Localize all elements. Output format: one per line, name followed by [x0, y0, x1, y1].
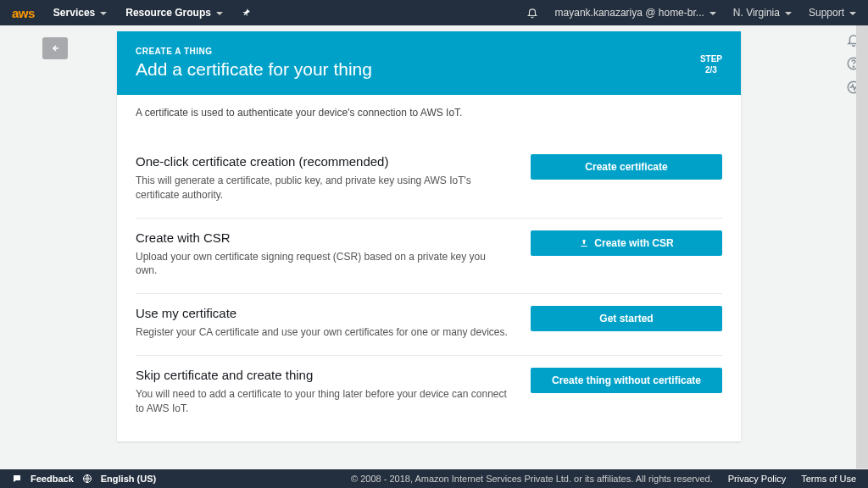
support-menu[interactable]: Support [809, 7, 856, 19]
section-skip: Skip certificate and create thing You wi… [136, 356, 722, 441]
legal-text: © 2008 - 2018, Amazon Internet Services … [351, 474, 713, 484]
step-label: STEP [700, 53, 722, 64]
vertical-scrollbar[interactable] [856, 25, 868, 469]
chevron-down-icon [216, 12, 223, 15]
wizard-super: CREATE A THING [136, 47, 722, 56]
create-with-csr-label: Create with CSR [594, 237, 673, 249]
account-label: mayank.kanazariya @ home-br... [555, 7, 704, 19]
language-selector[interactable]: English (US) [101, 474, 156, 484]
create-thing-without-certificate-button[interactable]: Create thing without certificate [531, 368, 722, 393]
wizard-body: A certificate is used to authenticate yo… [117, 95, 741, 441]
region-menu[interactable]: N. Virginia [733, 7, 792, 19]
section-my-cert: Use my certificate Register your CA cert… [136, 294, 722, 356]
resource-groups-menu[interactable]: Resource Groups [125, 7, 223, 19]
csr-title: Create with CSR [136, 230, 509, 245]
get-started-button[interactable]: Get started [531, 306, 722, 331]
create-with-csr-button[interactable]: Create with CSR [531, 230, 722, 256]
services-menu[interactable]: Services [53, 7, 107, 19]
step-value: 2/3 [700, 64, 722, 75]
svg-point-1 [853, 66, 854, 67]
intro-text: A certificate is used to authenticate yo… [136, 107, 722, 119]
page-title: Add a certificate for your thing [136, 59, 722, 80]
wizard-card: CREATE A THING Add a certificate for you… [117, 31, 741, 441]
top-nav: aws Services Resource Groups mayank.kana… [0, 0, 868, 25]
back-button[interactable] [42, 37, 68, 59]
skip-button-label: Create thing without certificate [552, 374, 701, 386]
notification-icon[interactable] [526, 7, 538, 19]
resource-groups-label: Resource Groups [125, 7, 211, 19]
chevron-down-icon [849, 12, 856, 15]
pin-icon[interactable] [242, 8, 252, 18]
upload-icon [579, 238, 589, 248]
my-cert-title: Use my certificate [136, 306, 509, 320]
wizard-header: CREATE A THING Add a certificate for you… [117, 31, 741, 95]
my-cert-desc: Register your CA certificate and use you… [136, 325, 509, 340]
privacy-link[interactable]: Privacy Policy [728, 474, 786, 484]
skip-title: Skip certificate and create thing [136, 368, 509, 382]
one-click-title: One-click certificate creation (recommen… [136, 154, 509, 169]
chevron-down-icon [100, 12, 107, 15]
create-certificate-button[interactable]: Create certificate [531, 154, 722, 180]
section-csr: Create with CSR Upload your own certific… [136, 219, 722, 295]
services-label: Services [53, 7, 95, 19]
section-one-click: One-click certificate creation (recommen… [136, 142, 722, 219]
feedback-link[interactable]: Feedback [31, 474, 74, 484]
wizard-step: STEP 2/3 [700, 53, 722, 75]
support-label: Support [809, 7, 844, 19]
region-label: N. Virginia [733, 7, 780, 19]
get-started-label: Get started [599, 313, 653, 324]
aws-logo[interactable]: aws [12, 6, 35, 20]
chevron-down-icon [709, 12, 716, 15]
account-menu[interactable]: mayank.kanazariya @ home-br... [555, 7, 716, 19]
chevron-down-icon [785, 12, 792, 15]
page-body: CREATE A THING Add a certificate for you… [0, 25, 868, 452]
csr-desc: Upload your own certificate signing requ… [136, 250, 509, 279]
create-certificate-label: Create certificate [585, 161, 667, 173]
globe-icon [82, 474, 92, 484]
feedback-icon [12, 474, 22, 484]
skip-desc: You will need to add a certificate to yo… [136, 387, 509, 416]
scrollbar-thumb[interactable] [856, 25, 868, 469]
terms-link[interactable]: Terms of Use [801, 474, 856, 484]
one-click-desc: This will generate a certificate, public… [136, 174, 509, 202]
footer: Feedback English (US) © 2008 - 2018, Ama… [0, 469, 868, 488]
